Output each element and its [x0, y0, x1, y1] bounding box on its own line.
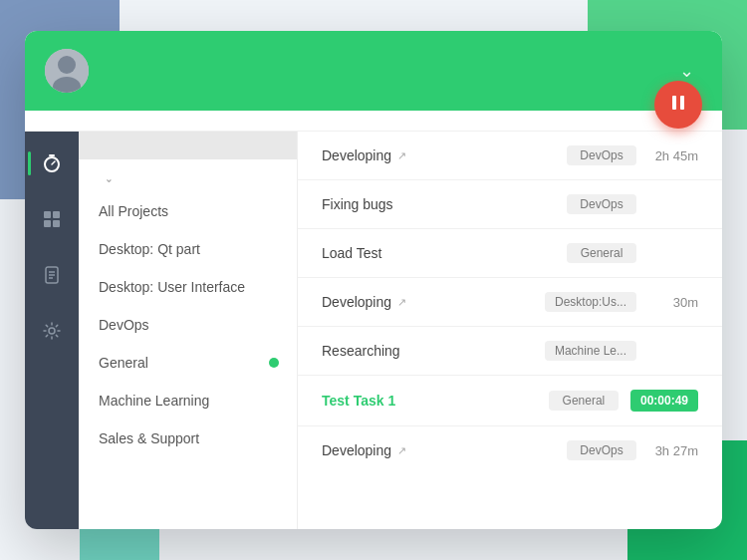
nav-dashboard[interactable] — [36, 203, 68, 235]
worked-today-bar — [25, 111, 722, 132]
task-name: Developing↗ — [322, 147, 555, 163]
svg-rect-3 — [672, 96, 676, 110]
task-tag: DevOps — [567, 194, 636, 214]
task-name: Test Task 1 — [322, 393, 537, 409]
sidebar-project-name: Desktop: Qt part — [99, 241, 200, 257]
task-name: Researching — [322, 343, 533, 359]
task-tag: General — [567, 243, 636, 263]
projects-list: All ProjectsDesktop: Qt partDesktop: Use… — [79, 192, 297, 457]
sidebar-project-item[interactable]: Desktop: User Interface — [79, 268, 297, 306]
task-tag: DevOps — [567, 145, 636, 165]
task-name-text: Fixing bugs — [322, 196, 393, 212]
svg-line-8 — [52, 161, 55, 164]
nav-reports[interactable] — [36, 259, 68, 291]
nav-settings[interactable] — [36, 315, 68, 347]
main-content: Developing↗DevOps2h 45mFixing bugsDevOps… — [298, 132, 722, 529]
nav-timer[interactable] — [36, 147, 68, 179]
svg-rect-10 — [53, 211, 60, 218]
task-tag: DevOps — [567, 440, 636, 460]
projects-header[interactable]: ⌄ — [79, 159, 297, 192]
task-row[interactable]: ResearchingMachine Le... — [298, 327, 722, 376]
active-project-dot — [269, 358, 279, 368]
task-name: Fixing bugs — [322, 196, 555, 212]
external-link-icon[interactable]: ↗ — [397, 444, 406, 457]
task-row[interactable]: Load TestGeneral — [298, 229, 722, 278]
sidebar-project-name: Sales & Support — [99, 430, 199, 446]
svg-point-1 — [58, 56, 76, 74]
pause-icon — [669, 94, 687, 117]
sidebar-project-item[interactable]: Desktop: Qt part — [79, 230, 297, 268]
sidebar-project-name: Desktop: User Interface — [99, 279, 245, 295]
svg-rect-12 — [53, 220, 60, 227]
pause-button[interactable] — [654, 81, 702, 129]
svg-rect-6 — [49, 154, 55, 156]
task-row[interactable]: Fixing bugsDevOps — [298, 180, 722, 229]
app-window: ⌄ — [25, 31, 722, 529]
external-link-icon[interactable]: ↗ — [397, 149, 406, 162]
sidebar-project-item[interactable]: All Projects — [79, 192, 297, 230]
sidebar-project-item[interactable]: Machine Learning — [79, 382, 297, 420]
header-task-info — [105, 70, 659, 72]
sidebar-project-name: General — [99, 355, 148, 371]
task-tag: Desktop:Us... — [545, 292, 636, 312]
task-row[interactable]: Test Task 1General00:00:49 — [298, 376, 722, 426]
svg-rect-4 — [680, 96, 684, 110]
tasks-list: Developing↗DevOps2h 45mFixing bugsDevOps… — [298, 132, 722, 474]
task-row[interactable]: Developing↗Desktop:Us...30m — [298, 278, 722, 327]
task-name-text: Developing — [322, 147, 391, 163]
recently-timed-button[interactable] — [79, 132, 297, 159]
sidebar-project-name: All Projects — [99, 203, 168, 219]
task-tag: General — [549, 391, 619, 411]
task-name: Developing↗ — [322, 294, 533, 310]
chevron-down-icon[interactable]: ⌄ — [679, 60, 694, 82]
task-name-text: Developing — [322, 294, 391, 310]
task-name-text: Researching — [322, 343, 400, 359]
task-name-text: Load Test — [322, 245, 381, 261]
svg-rect-9 — [44, 211, 51, 218]
sidebar-project-name: Machine Learning — [99, 393, 209, 409]
task-name-text: Developing — [322, 442, 391, 458]
sidebar-panel: ⌄ All ProjectsDesktop: Qt partDesktop: U… — [79, 132, 298, 529]
sidebar-project-item[interactable]: DevOps — [79, 306, 297, 344]
active-timer-badge: 00:00:49 — [630, 390, 698, 412]
svg-point-17 — [49, 328, 55, 334]
task-duration: 30m — [648, 295, 698, 310]
sidebar-nav — [25, 132, 79, 529]
task-name-text: Test Task 1 — [322, 393, 395, 409]
app-header: ⌄ — [25, 31, 722, 111]
app-body: ⌄ All ProjectsDesktop: Qt partDesktop: U… — [25, 132, 722, 529]
avatar — [45, 49, 89, 93]
task-row[interactable]: Developing↗DevOps2h 45m — [298, 132, 722, 180]
task-row[interactable]: Developing↗DevOps3h 27m — [298, 426, 722, 474]
svg-rect-11 — [44, 220, 51, 227]
task-duration: 2h 45m — [648, 148, 698, 163]
external-link-icon[interactable]: ↗ — [397, 296, 406, 309]
sidebar-project-item[interactable]: Sales & Support — [79, 420, 297, 457]
task-duration: 3h 27m — [648, 443, 698, 458]
sidebar-project-name: DevOps — [99, 317, 149, 333]
task-tag: Machine Le... — [545, 341, 636, 361]
task-name: Load Test — [322, 245, 555, 261]
sidebar-project-item[interactable]: General — [79, 344, 297, 382]
projects-chevron-icon: ⌄ — [105, 173, 114, 184]
task-name: Developing↗ — [322, 442, 555, 458]
